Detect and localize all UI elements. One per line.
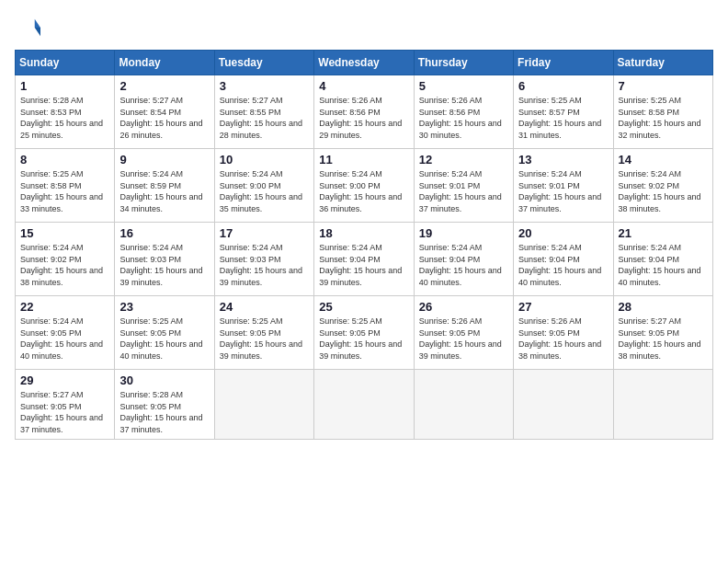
header-row: SundayMondayTuesdayWednesdayThursdayFrid… [16, 51, 713, 75]
day-number: 12 [419, 153, 508, 167]
day-number: 19 [419, 226, 508, 240]
calendar-cell: 22 Sunrise: 5:24 AM Sunset: 9:05 PM Dayl… [16, 296, 115, 370]
day-detail: Sunrise: 5:27 AM Sunset: 9:05 PM Dayligh… [619, 316, 708, 362]
calendar-cell: 28 Sunrise: 5:27 AM Sunset: 9:05 PM Dayl… [613, 296, 712, 370]
logo [15, 15, 44, 40]
header-friday: Friday [514, 51, 613, 75]
day-number: 16 [119, 226, 209, 240]
calendar-cell: 9 Sunrise: 5:24 AM Sunset: 8:59 PM Dayli… [115, 149, 214, 223]
day-detail: Sunrise: 5:26 AM Sunset: 9:05 PM Dayligh… [518, 316, 608, 362]
day-number: 3 [220, 79, 309, 93]
header-thursday: Thursday [414, 51, 513, 75]
week-row-5: 29 Sunrise: 5:27 AM Sunset: 9:05 PM Dayl… [16, 370, 713, 440]
day-detail: Sunrise: 5:24 AM Sunset: 9:04 PM Dayligh… [518, 242, 608, 288]
day-detail: Sunrise: 5:25 AM Sunset: 8:57 PM Dayligh… [518, 95, 608, 141]
week-row-3: 15 Sunrise: 5:24 AM Sunset: 9:02 PM Dayl… [16, 223, 713, 296]
day-detail: Sunrise: 5:24 AM Sunset: 9:01 PM Dayligh… [419, 168, 508, 214]
day-detail: Sunrise: 5:26 AM Sunset: 9:05 PM Dayligh… [419, 316, 508, 362]
page-header [15, 15, 713, 40]
calendar-cell [613, 370, 712, 440]
day-number: 17 [220, 226, 309, 240]
calendar-cell: 29 Sunrise: 5:27 AM Sunset: 9:05 PM Dayl… [16, 370, 115, 440]
header-saturday: Saturday [613, 51, 712, 75]
day-detail: Sunrise: 5:26 AM Sunset: 8:56 PM Dayligh… [419, 95, 508, 141]
calendar-cell [314, 370, 414, 440]
day-number: 27 [518, 300, 608, 314]
day-number: 23 [119, 300, 209, 314]
calendar-cell: 25 Sunrise: 5:25 AM Sunset: 9:05 PM Dayl… [314, 296, 414, 370]
day-number: 20 [518, 226, 608, 240]
calendar-cell [414, 370, 513, 440]
day-detail: Sunrise: 5:27 AM Sunset: 8:55 PM Dayligh… [220, 95, 309, 141]
calendar-cell: 2 Sunrise: 5:27 AM Sunset: 8:54 PM Dayli… [115, 75, 214, 149]
day-detail: Sunrise: 5:24 AM Sunset: 9:00 PM Dayligh… [319, 168, 408, 214]
day-number: 7 [619, 79, 708, 93]
day-number: 28 [619, 300, 708, 314]
day-detail: Sunrise: 5:28 AM Sunset: 9:05 PM Dayligh… [119, 389, 209, 435]
calendar-cell: 19 Sunrise: 5:24 AM Sunset: 9:04 PM Dayl… [414, 223, 513, 296]
calendar-cell: 11 Sunrise: 5:24 AM Sunset: 9:00 PM Dayl… [314, 149, 414, 223]
day-detail: Sunrise: 5:25 AM Sunset: 9:05 PM Dayligh… [220, 316, 309, 362]
day-detail: Sunrise: 5:24 AM Sunset: 9:02 PM Dayligh… [619, 168, 708, 214]
week-row-2: 8 Sunrise: 5:25 AM Sunset: 8:58 PM Dayli… [16, 149, 713, 223]
day-number: 9 [119, 153, 209, 167]
header-sunday: Sunday [16, 51, 115, 75]
calendar-cell: 6 Sunrise: 5:25 AM Sunset: 8:57 PM Dayli… [514, 75, 613, 149]
day-detail: Sunrise: 5:27 AM Sunset: 8:54 PM Dayligh… [119, 95, 209, 141]
day-detail: Sunrise: 5:25 AM Sunset: 8:58 PM Dayligh… [20, 168, 109, 214]
svg-marker-0 [35, 19, 40, 28]
calendar-cell [514, 370, 613, 440]
day-number: 4 [319, 79, 408, 93]
day-detail: Sunrise: 5:24 AM Sunset: 8:59 PM Dayligh… [119, 168, 209, 214]
week-row-4: 22 Sunrise: 5:24 AM Sunset: 9:05 PM Dayl… [16, 296, 713, 370]
calendar-cell: 4 Sunrise: 5:26 AM Sunset: 8:56 PM Dayli… [314, 75, 414, 149]
day-number: 8 [20, 153, 109, 167]
calendar-cell [214, 370, 313, 440]
day-detail: Sunrise: 5:25 AM Sunset: 9:05 PM Dayligh… [319, 316, 408, 362]
day-detail: Sunrise: 5:24 AM Sunset: 9:03 PM Dayligh… [220, 242, 309, 288]
week-row-1: 1 Sunrise: 5:28 AM Sunset: 8:53 PM Dayli… [16, 75, 713, 149]
calendar-cell: 18 Sunrise: 5:24 AM Sunset: 9:04 PM Dayl… [314, 223, 414, 296]
calendar-cell: 24 Sunrise: 5:25 AM Sunset: 9:05 PM Dayl… [214, 296, 313, 370]
calendar-cell: 10 Sunrise: 5:24 AM Sunset: 9:00 PM Dayl… [214, 149, 313, 223]
header-tuesday: Tuesday [214, 51, 313, 75]
calendar-cell: 5 Sunrise: 5:26 AM Sunset: 8:56 PM Dayli… [414, 75, 513, 149]
calendar-cell: 23 Sunrise: 5:25 AM Sunset: 9:05 PM Dayl… [115, 296, 214, 370]
calendar-cell: 14 Sunrise: 5:24 AM Sunset: 9:02 PM Dayl… [613, 149, 712, 223]
calendar-table: SundayMondayTuesdayWednesdayThursdayFrid… [15, 50, 713, 440]
calendar-cell: 8 Sunrise: 5:25 AM Sunset: 8:58 PM Dayli… [16, 149, 115, 223]
day-detail: Sunrise: 5:28 AM Sunset: 8:53 PM Dayligh… [20, 95, 109, 141]
calendar-cell: 16 Sunrise: 5:24 AM Sunset: 9:03 PM Dayl… [115, 223, 214, 296]
day-detail: Sunrise: 5:25 AM Sunset: 9:05 PM Dayligh… [119, 316, 209, 362]
calendar-cell: 27 Sunrise: 5:26 AM Sunset: 9:05 PM Dayl… [514, 296, 613, 370]
calendar-cell: 30 Sunrise: 5:28 AM Sunset: 9:05 PM Dayl… [115, 370, 214, 440]
day-detail: Sunrise: 5:25 AM Sunset: 8:58 PM Dayligh… [619, 95, 708, 141]
day-detail: Sunrise: 5:24 AM Sunset: 9:01 PM Dayligh… [518, 168, 608, 214]
day-number: 25 [319, 300, 408, 314]
logo-icon [15, 15, 40, 40]
day-detail: Sunrise: 5:24 AM Sunset: 9:05 PM Dayligh… [20, 316, 109, 362]
day-number: 2 [119, 79, 209, 93]
day-number: 22 [20, 300, 109, 314]
day-detail: Sunrise: 5:24 AM Sunset: 9:00 PM Dayligh… [220, 168, 309, 214]
calendar-cell: 21 Sunrise: 5:24 AM Sunset: 9:04 PM Dayl… [613, 223, 712, 296]
day-number: 6 [518, 79, 608, 93]
day-number: 5 [419, 79, 508, 93]
calendar-cell: 7 Sunrise: 5:25 AM Sunset: 8:58 PM Dayli… [613, 75, 712, 149]
day-detail: Sunrise: 5:26 AM Sunset: 8:56 PM Dayligh… [319, 95, 408, 141]
svg-marker-1 [35, 28, 40, 36]
day-number: 24 [220, 300, 309, 314]
day-detail: Sunrise: 5:24 AM Sunset: 9:03 PM Dayligh… [119, 242, 209, 288]
day-number: 26 [419, 300, 508, 314]
day-detail: Sunrise: 5:24 AM Sunset: 9:04 PM Dayligh… [619, 242, 708, 288]
calendar-cell: 1 Sunrise: 5:28 AM Sunset: 8:53 PM Dayli… [16, 75, 115, 149]
header-wednesday: Wednesday [314, 51, 414, 75]
calendar-cell: 20 Sunrise: 5:24 AM Sunset: 9:04 PM Dayl… [514, 223, 613, 296]
calendar-cell: 17 Sunrise: 5:24 AM Sunset: 9:03 PM Dayl… [214, 223, 313, 296]
day-number: 21 [619, 226, 708, 240]
day-number: 1 [20, 79, 109, 93]
day-detail: Sunrise: 5:27 AM Sunset: 9:05 PM Dayligh… [20, 389, 109, 435]
day-number: 18 [319, 226, 408, 240]
day-detail: Sunrise: 5:24 AM Sunset: 9:04 PM Dayligh… [319, 242, 408, 288]
calendar-cell: 3 Sunrise: 5:27 AM Sunset: 8:55 PM Dayli… [214, 75, 313, 149]
